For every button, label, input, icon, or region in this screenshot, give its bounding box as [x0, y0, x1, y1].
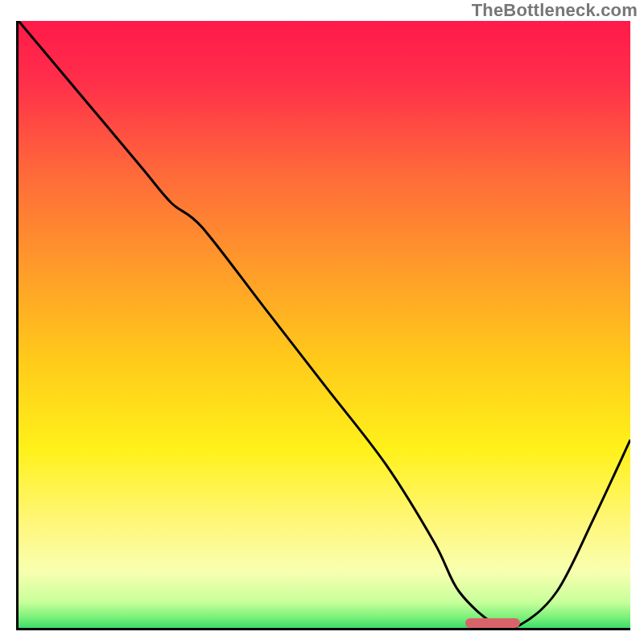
plot-area: [16, 21, 630, 630]
watermark-text: TheBottleneck.com: [472, 0, 638, 21]
chart-container: TheBottleneck.com: [0, 0, 644, 644]
bottleneck-curve: [19, 21, 630, 628]
optimal-range-marker: [465, 618, 520, 628]
